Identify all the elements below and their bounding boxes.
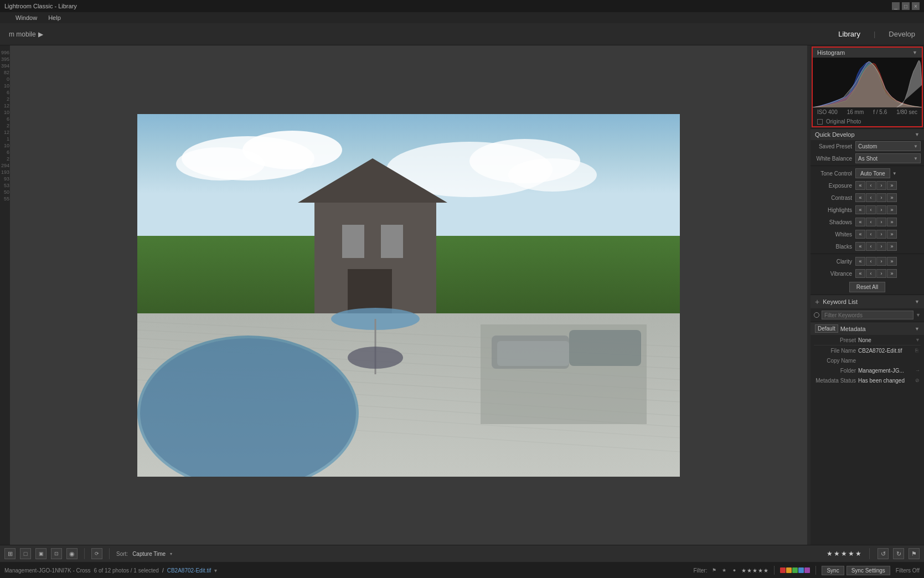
- histogram-display: [813, 58, 922, 107]
- menu-window[interactable]: Window: [13, 14, 39, 21]
- whites-increment-large[interactable]: »: [887, 230, 897, 239]
- color-label-yellow[interactable]: [786, 567, 792, 573]
- sort-value[interactable]: Capture Time: [132, 551, 166, 557]
- flag-button[interactable]: ⚑: [908, 548, 920, 559]
- star-3[interactable]: ★: [841, 550, 847, 558]
- shadows-increment-large[interactable]: »: [887, 218, 897, 226]
- menu-help[interactable]: Help: [46, 14, 63, 21]
- shadows-decrement[interactable]: ‹: [866, 218, 876, 226]
- blacks-decrement[interactable]: ‹: [866, 242, 876, 251]
- whites-decrement-large[interactable]: «: [855, 230, 865, 239]
- contrast-decrement-large[interactable]: «: [855, 193, 865, 202]
- file-name-label: File Name: [814, 348, 858, 354]
- mobile-arrow[interactable]: ▶: [38, 30, 43, 38]
- clarity-increment-large[interactable]: »: [887, 257, 897, 266]
- vibrance-increment[interactable]: ›: [876, 269, 886, 278]
- survey-view-button[interactable]: ⊡: [51, 548, 62, 559]
- window-controls[interactable]: _ □ ×: [892, 2, 920, 10]
- compare-view-button[interactable]: ▣: [35, 548, 47, 559]
- color-label-green[interactable]: [792, 567, 798, 573]
- whites-decrement[interactable]: ‹: [866, 230, 876, 239]
- filter-star-1[interactable]: ★: [741, 567, 746, 574]
- filter-star-3[interactable]: ★: [752, 567, 757, 574]
- metadata-default-select[interactable]: Default: [815, 324, 838, 333]
- histogram-header[interactable]: Histogram ▼: [813, 48, 922, 58]
- highlights-increment-large[interactable]: »: [887, 205, 897, 214]
- shadows-decrement-large[interactable]: «: [855, 218, 865, 226]
- preset-label: Preset: [814, 337, 858, 343]
- clarity-decrement-large[interactable]: «: [855, 257, 865, 266]
- photo-simulation: [137, 114, 680, 477]
- vibrance-increment-large[interactable]: »: [887, 269, 897, 278]
- star-2[interactable]: ★: [834, 550, 840, 558]
- keyword-filter-input[interactable]: [822, 311, 913, 319]
- blacks-increment-large[interactable]: »: [887, 242, 897, 251]
- clarity-increment[interactable]: ›: [876, 257, 886, 266]
- whites-increment[interactable]: ›: [876, 230, 886, 239]
- filter-star-4[interactable]: ★: [758, 567, 763, 574]
- histogram-svg: [813, 58, 922, 107]
- minimize-button[interactable]: _: [892, 2, 900, 10]
- vibrance-decrement[interactable]: ‹: [866, 269, 876, 278]
- maximize-button[interactable]: □: [902, 2, 910, 10]
- highlights-decrement[interactable]: ‹: [866, 205, 876, 214]
- star-5[interactable]: ★: [855, 550, 861, 558]
- metadata-header[interactable]: Default Metadata ▼: [811, 322, 924, 335]
- loupe-view-button[interactable]: □: [20, 548, 31, 559]
- file-name-copy-icon[interactable]: ⎘: [915, 348, 921, 353]
- filter-keyword-toggle[interactable]: [814, 312, 819, 318]
- original-photo-checkbox[interactable]: [817, 119, 823, 125]
- vibrance-label: Vibrance: [814, 271, 855, 277]
- contrast-decrement[interactable]: ‹: [866, 193, 876, 202]
- sync-settings-button[interactable]: Sync Settings: [846, 566, 890, 575]
- whites-label: Whites: [814, 231, 855, 238]
- exposure-increment-large[interactable]: »: [887, 181, 897, 190]
- rotate-left-button[interactable]: ↺: [877, 548, 889, 559]
- reset-all-button[interactable]: Reset All: [849, 282, 885, 292]
- quick-develop-header[interactable]: Quick Develop ▼: [811, 129, 924, 140]
- exposure-decrement-large[interactable]: «: [855, 181, 865, 190]
- highlights-decrement-large[interactable]: «: [855, 205, 865, 214]
- filter-star-5[interactable]: ★: [763, 567, 768, 574]
- shadows-increment[interactable]: ›: [876, 218, 886, 226]
- blacks-buttons: « ‹ › »: [855, 242, 921, 251]
- highlights-increment[interactable]: ›: [876, 205, 886, 214]
- exposure-decrement[interactable]: ‹: [866, 181, 876, 190]
- vibrance-decrement-large[interactable]: «: [855, 269, 865, 278]
- grid-view-button[interactable]: ⊞: [4, 548, 16, 559]
- color-label-red[interactable]: [780, 567, 786, 573]
- filter-star-2[interactable]: ★: [747, 567, 752, 574]
- keywording-add-icon[interactable]: +: [815, 297, 819, 306]
- exposure-increment[interactable]: ›: [876, 181, 886, 190]
- blacks-increment[interactable]: ›: [876, 242, 886, 251]
- rotate-right-button[interactable]: ↻: [893, 548, 904, 559]
- star-1[interactable]: ★: [827, 550, 833, 558]
- folder-navigate-icon[interactable]: →: [915, 368, 921, 373]
- sync-button[interactable]: Sync: [822, 566, 844, 575]
- saved-preset-select[interactable]: Custom ▼: [855, 141, 921, 151]
- filter-stars: ★ ★ ★ ★ ★: [741, 567, 768, 574]
- metadata-status-icon[interactable]: ⊘: [915, 378, 921, 383]
- color-label-purple[interactable]: [804, 567, 810, 573]
- current-filename[interactable]: CB2A8702-Edit.tif: [167, 567, 211, 574]
- star-4[interactable]: ★: [848, 550, 854, 558]
- keywording-header[interactable]: + Keyword List ▼: [811, 295, 924, 308]
- clarity-decrement[interactable]: ‹: [866, 257, 876, 266]
- flag-filter-icon[interactable]: ⚑: [710, 566, 718, 574]
- white-balance-select[interactable]: As Shot ▼: [855, 153, 921, 163]
- nav-tab-library[interactable]: Library: [838, 30, 860, 38]
- sort-label: Sort:: [116, 551, 128, 557]
- contrast-label: Contrast: [814, 195, 855, 201]
- contrast-increment-large[interactable]: »: [887, 193, 897, 202]
- rotate-view-button[interactable]: ⟳: [91, 548, 102, 559]
- blacks-decrement-large[interactable]: «: [855, 242, 865, 251]
- color-label-blue[interactable]: [798, 567, 804, 573]
- histogram-camera-info: ISO 400 16 mm f / 5.6 1/80 sec: [813, 107, 922, 117]
- contrast-increment[interactable]: ›: [876, 193, 886, 202]
- close-button[interactable]: ×: [912, 2, 920, 10]
- nav-tab-develop[interactable]: Develop: [889, 30, 915, 38]
- star-filter-icon[interactable]: ★: [720, 566, 728, 574]
- color-filter-icon[interactable]: ●: [730, 566, 738, 574]
- people-view-button[interactable]: ◉: [66, 548, 78, 559]
- auto-tone-button[interactable]: Auto Tone: [855, 168, 890, 178]
